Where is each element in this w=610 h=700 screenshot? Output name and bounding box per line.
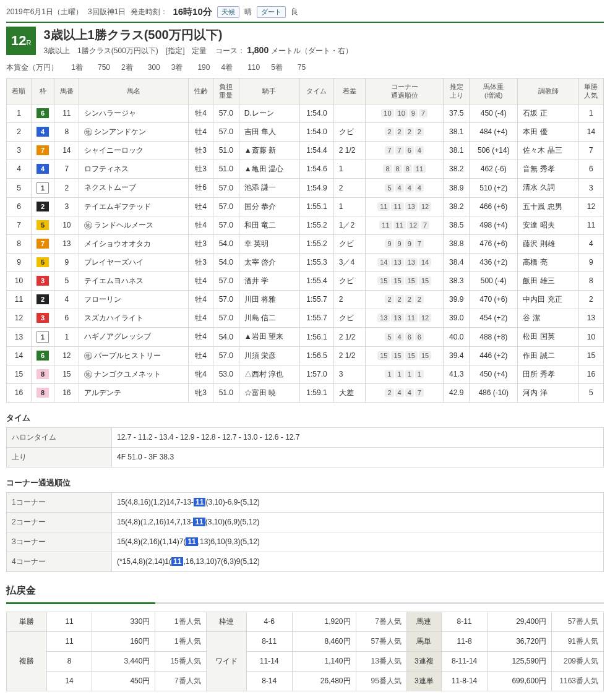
horse-name[interactable]: シンハラージャ bbox=[79, 104, 189, 122]
waku: 5 bbox=[31, 216, 54, 234]
waku: 3 bbox=[31, 271, 54, 290]
trainer[interactable]: 河内 洋 bbox=[518, 383, 578, 402]
payout-cell: 14 bbox=[46, 671, 92, 691]
jockey[interactable]: 池添 謙一 bbox=[239, 178, 299, 197]
horse-name[interactable]: 地ナンゴクユメネット bbox=[79, 365, 189, 383]
horse-name[interactable]: ネクストムーブ bbox=[79, 178, 189, 197]
corner-label: 4コーナー bbox=[7, 552, 112, 571]
trainer[interactable]: 作田 誠二 bbox=[518, 346, 578, 365]
payout-cell: 8,460円 bbox=[292, 631, 356, 651]
waku: 7 bbox=[31, 234, 54, 253]
horse-name[interactable]: プレイヤーズハイ bbox=[79, 253, 189, 271]
jockey[interactable]: 川須 栄彦 bbox=[239, 346, 299, 365]
horse-name[interactable]: 地パープルヒストリー bbox=[79, 346, 189, 365]
time: 1:56.1 bbox=[300, 327, 334, 346]
trainer[interactable]: 安達 昭夫 bbox=[518, 216, 578, 234]
trainer[interactable]: 音無 秀孝 bbox=[518, 160, 578, 178]
agari: 4F 51.0 - 3F 38.3 bbox=[112, 447, 604, 467]
last3f: 38.4 bbox=[444, 253, 470, 271]
rank: 14 bbox=[7, 346, 32, 365]
body-weight: 470 (+6) bbox=[470, 290, 518, 309]
corner-ranks: 13131112 bbox=[366, 309, 444, 327]
sex-age: 牡6 bbox=[189, 178, 213, 197]
payout-cell: 複勝 bbox=[7, 631, 47, 691]
horse-name[interactable]: ロフティネス bbox=[79, 160, 189, 178]
sex-age: 牡4 bbox=[189, 271, 213, 290]
trainer[interactable]: 松田 国英 bbox=[518, 327, 578, 346]
jockey[interactable]: 吉田 隼人 bbox=[239, 122, 299, 141]
popularity: 13 bbox=[578, 309, 603, 327]
jockey[interactable]: 幸 英明 bbox=[239, 234, 299, 253]
jockey[interactable]: △西村 淳也 bbox=[239, 365, 299, 383]
jockey[interactable]: ▲岩田 望来 bbox=[239, 327, 299, 346]
weight: 57.0 bbox=[213, 104, 239, 122]
trainer[interactable]: 高橋 亮 bbox=[518, 253, 578, 271]
trainer[interactable]: 本田 優 bbox=[518, 122, 578, 141]
horse-num: 10 bbox=[54, 216, 79, 234]
body-weight: 446 (+2) bbox=[470, 346, 518, 365]
last3f: 37.5 bbox=[444, 104, 470, 122]
trainer[interactable]: 飯田 雄三 bbox=[518, 271, 578, 290]
waku: 6 bbox=[31, 346, 54, 365]
table-row: 12 3 6 スズカハイライト 牡4 57.0 川島 信二 1:55.7 クビ … bbox=[7, 309, 604, 327]
jockey[interactable]: 太宰 啓介 bbox=[239, 253, 299, 271]
waku: 5 bbox=[31, 253, 54, 271]
margin: クビ bbox=[333, 234, 365, 253]
trainer[interactable]: 佐々木 晶三 bbox=[518, 141, 578, 160]
payout-cell: 1,140円 bbox=[292, 651, 356, 671]
horse-name[interactable]: テイエムヨハネス bbox=[79, 271, 189, 290]
horse-num: 7 bbox=[54, 160, 79, 178]
rank: 1 bbox=[7, 104, 32, 122]
trainer[interactable]: 藤沢 則雄 bbox=[518, 234, 578, 253]
trainer[interactable]: 五十嵐 忠男 bbox=[518, 197, 578, 216]
corner-order: 15(4,8)(1,2,16)14,7,13-11(3,10)(6,9)(5,1… bbox=[112, 512, 604, 532]
table-row: 14 6 12 地パープルヒストリー 牡4 57.0 川須 栄彦 1:56.5 … bbox=[7, 346, 604, 365]
horse-name[interactable]: 地ランドヘルメース bbox=[79, 216, 189, 234]
horse-num: 5 bbox=[54, 271, 79, 290]
payout-cell: 8-11 bbox=[246, 631, 292, 651]
time: 1:54.9 bbox=[300, 178, 334, 197]
weather: 晴 bbox=[244, 7, 252, 17]
trainer[interactable]: 清水 久詞 bbox=[518, 178, 578, 197]
jockey[interactable]: ▲斎藤 新 bbox=[239, 141, 299, 160]
jockey[interactable]: 国分 恭介 bbox=[239, 197, 299, 216]
rank: 10 bbox=[7, 271, 32, 290]
payout-cell: 1番人気 bbox=[155, 631, 206, 651]
trainer[interactable]: 中内田 充正 bbox=[518, 290, 578, 309]
col-header: 性齢 bbox=[189, 79, 213, 105]
jockey[interactable]: D.レーン bbox=[239, 104, 299, 122]
horse-name[interactable]: テイエムギフテッド bbox=[79, 197, 189, 216]
jockey[interactable]: ▲亀田 温心 bbox=[239, 160, 299, 178]
horse-name[interactable]: 地シンアンドケン bbox=[79, 122, 189, 141]
race-distance: 1,800 bbox=[247, 45, 268, 55]
table-row: 4 4 7 ロフティネス 牡3 51.0 ▲亀田 温心 1:54.6 1 888… bbox=[7, 160, 604, 178]
corner-ranks: 9997 bbox=[366, 234, 444, 253]
jockey[interactable]: 酒井 学 bbox=[239, 271, 299, 290]
trainer[interactable]: 石坂 正 bbox=[518, 104, 578, 122]
jockey[interactable]: 川島 信二 bbox=[239, 309, 299, 327]
waku: 3 bbox=[31, 309, 54, 327]
horse-name[interactable]: アルデンテ bbox=[79, 383, 189, 402]
jockey[interactable]: ☆富田 暁 bbox=[239, 383, 299, 402]
horse-num: 16 bbox=[54, 383, 79, 402]
margin: 2 1/2 bbox=[333, 346, 365, 365]
sex-age: 牡3 bbox=[189, 160, 213, 178]
horse-name[interactable]: フローリン bbox=[79, 290, 189, 309]
lap-table: ハロンタイム12.7 - 11.2 - 13.4 - 12.9 - 12.8 -… bbox=[6, 427, 604, 467]
payout-cell: 160円 bbox=[92, 631, 155, 651]
horse-name[interactable]: スズカハイライト bbox=[79, 309, 189, 327]
meeting: 3回阪神1日 bbox=[88, 7, 126, 17]
horse-name[interactable]: メイショウオオタカ bbox=[79, 234, 189, 253]
rank: 2 bbox=[7, 122, 32, 141]
jockey[interactable]: 和田 竜二 bbox=[239, 216, 299, 234]
weight: 57.0 bbox=[213, 216, 239, 234]
horse-name[interactable]: ハギノアグレッシブ bbox=[79, 327, 189, 346]
last3f: 38.3 bbox=[444, 271, 470, 290]
trainer[interactable]: 谷 潔 bbox=[518, 309, 578, 327]
weight: 57.0 bbox=[213, 178, 239, 197]
jockey[interactable]: 川田 将雅 bbox=[239, 290, 299, 309]
horse-name[interactable]: シャイニーロック bbox=[79, 141, 189, 160]
trainer[interactable]: 田所 秀孝 bbox=[518, 365, 578, 383]
sex-age: 牝4 bbox=[189, 365, 213, 383]
meta-bar: 2019年6月1日（土曜） 3回阪神1日 発走時刻： 16時10分 天候 晴 ダ… bbox=[6, 6, 604, 18]
